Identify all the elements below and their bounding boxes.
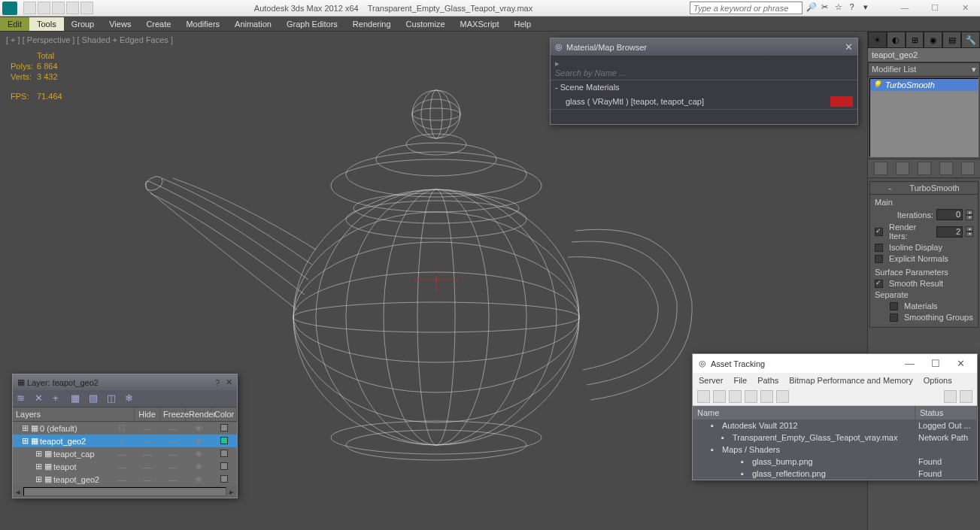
asset-row[interactable]: ▪glass_reflection.pngFound xyxy=(693,468,977,480)
mat-browser-close-button[interactable]: ✕ xyxy=(845,41,853,53)
layer-col-layers[interactable]: Layers xyxy=(13,407,135,421)
asset-menu-file[interactable]: File xyxy=(733,376,747,385)
make-unique-icon[interactable] xyxy=(918,162,931,175)
riter-up-icon[interactable]: ▴ xyxy=(966,226,973,232)
minimize-button[interactable]: — xyxy=(890,1,920,16)
asset-row[interactable]: ▪Transparent_Empty_Glass_Teapot_vray.max… xyxy=(693,432,977,444)
asset-tb-5-icon[interactable] xyxy=(760,390,773,403)
menu-views[interactable]: Views xyxy=(102,17,138,31)
modifier-stack[interactable]: TurboSmooth xyxy=(869,78,978,157)
asset-tb-help-icon[interactable] xyxy=(960,390,972,403)
layer-row[interactable]: ⊞ ▦ teapot_geo2✓——👁 xyxy=(13,435,237,447)
layer-help-icon[interactable]: ? xyxy=(215,378,220,387)
menu-customize[interactable]: Customize xyxy=(399,17,453,31)
pin-stack-icon[interactable] xyxy=(874,162,887,175)
asset-tb-1-icon[interactable] xyxy=(697,390,710,403)
qat-save-icon[interactable] xyxy=(52,2,65,14)
sep-materials-checkbox[interactable] xyxy=(890,302,898,310)
asset-tb-6-icon[interactable] xyxy=(776,390,789,403)
asset-menu-paths[interactable]: Paths xyxy=(757,376,778,385)
star-icon[interactable]: ☆ xyxy=(833,2,844,14)
iter-up-icon[interactable]: ▴ xyxy=(966,210,973,215)
mat-browser-search[interactable]: ▸ xyxy=(551,56,857,80)
configure-sets-icon[interactable] xyxy=(961,162,975,175)
qat-open-icon[interactable] xyxy=(38,2,50,14)
tab-modify-icon[interactable]: ◐ xyxy=(887,32,906,48)
layer-titlebar[interactable]: ▦ Layer: teapot_geo2 ? ✕ xyxy=(13,374,237,390)
help-search-input[interactable] xyxy=(690,2,803,14)
layer-highlight-icon[interactable]: ▨ xyxy=(89,392,101,404)
layer-row[interactable]: ⊞ ▦ teapot———👁 xyxy=(13,460,237,473)
layer-scrollbar[interactable]: ◂ ▸ xyxy=(13,486,237,498)
qat-undo-icon[interactable] xyxy=(66,2,79,14)
menu-edit[interactable]: Edit xyxy=(0,17,29,31)
sep-smoothing-checkbox[interactable] xyxy=(890,313,898,322)
layer-delete-icon[interactable]: ✕ xyxy=(35,392,47,404)
qat-new-icon[interactable] xyxy=(23,2,36,14)
menu-animation[interactable]: Animation xyxy=(227,17,279,31)
menu-help[interactable]: Help xyxy=(507,17,539,31)
menu-group[interactable]: Group xyxy=(64,17,102,31)
asset-tb-2-icon[interactable] xyxy=(713,390,726,403)
tool-icon[interactable]: ✂ xyxy=(819,2,830,14)
layer-add-icon[interactable]: + xyxy=(53,392,65,404)
layer-col-hide[interactable]: Hide xyxy=(135,407,160,421)
riter-down-icon[interactable]: ▾ xyxy=(966,232,973,237)
maximize-button[interactable]: ☐ xyxy=(920,1,950,16)
iterations-spinner[interactable]: 0 xyxy=(936,209,963,220)
asset-menu-bitmap[interactable]: Bitmap Performance and Memory xyxy=(789,376,912,385)
scroll-right-icon[interactable]: ▸ xyxy=(226,487,237,497)
isoline-checkbox[interactable] xyxy=(875,244,883,252)
asset-tb-4-icon[interactable] xyxy=(745,390,757,403)
explicit-checkbox[interactable] xyxy=(875,255,883,263)
modifier-turbosmooth[interactable]: TurboSmooth xyxy=(870,79,978,91)
mat-scene-materials-header[interactable]: - Scene Materials xyxy=(551,80,857,94)
render-iters-spinner[interactable]: 2 xyxy=(936,226,963,238)
scroll-left-icon[interactable]: ◂ xyxy=(13,487,23,497)
viewport-label[interactable]: [ + ] [ Perspective ] [ Shaded + Edged F… xyxy=(6,35,173,44)
layer-freeze-icon[interactable]: ❄ xyxy=(125,392,137,404)
layer-col-freeze[interactable]: Freeze xyxy=(160,407,186,421)
menu-modifiers[interactable]: Modifiers xyxy=(178,17,227,31)
binoculars-icon[interactable]: 🔎 xyxy=(806,2,817,14)
mat-search-input[interactable] xyxy=(555,68,853,77)
menu-maxscript[interactable]: MAXScript xyxy=(453,17,507,31)
mat-browser-titlebar[interactable]: ◎ Material/Map Browser ✕ xyxy=(551,38,857,56)
help-icon[interactable]: ? xyxy=(846,2,857,14)
layer-col-render[interactable]: Render xyxy=(186,407,211,421)
tab-motion-icon[interactable]: ◉ xyxy=(924,32,942,48)
layer-select-icon[interactable]: ▦ xyxy=(71,392,83,404)
close-button[interactable]: ✕ xyxy=(950,1,980,16)
asset-minimize-button[interactable]: — xyxy=(899,358,921,369)
tab-display-icon[interactable]: ▤ xyxy=(942,32,961,48)
layer-close-button[interactable]: ✕ xyxy=(226,377,232,387)
asset-tb-refresh-icon[interactable] xyxy=(944,390,957,403)
object-name-field[interactable]: teapot_geo2 xyxy=(868,48,980,62)
menu-tools[interactable]: Tools xyxy=(29,17,64,31)
layer-row[interactable]: ⊞ ▦ teapot_cap———👁 xyxy=(13,447,237,460)
asset-row[interactable]: ▪glass_bump.pngFound xyxy=(693,456,977,468)
layer-new-icon[interactable]: ≋ xyxy=(17,392,29,404)
mat-item-glass[interactable]: glass ( VRayMtl ) [teapot, teapot_cap] xyxy=(551,94,857,109)
layer-row[interactable]: ⊞ ▦ 0 (default)☐——👁 xyxy=(13,422,237,435)
menu-rendering[interactable]: Rendering xyxy=(345,17,399,31)
iter-down-icon[interactable]: ▾ xyxy=(966,215,973,220)
asset-tb-3-icon[interactable] xyxy=(729,390,742,403)
asset-col-name[interactable]: Name xyxy=(693,406,915,419)
asset-row[interactable]: ▪Autodesk Vault 2012Logged Out ... xyxy=(693,419,977,432)
layer-hide-icon[interactable]: ◫ xyxy=(107,392,119,404)
menu-create[interactable]: Create xyxy=(138,17,178,31)
dropdown-icon[interactable]: ▾ xyxy=(860,2,871,14)
qat-redo-icon[interactable] xyxy=(80,2,93,14)
layer-col-color[interactable]: Color xyxy=(211,407,237,421)
asset-menu-options[interactable]: Options xyxy=(924,376,952,385)
asset-menu-server[interactable]: Server xyxy=(699,376,723,385)
rollout-turbosmooth-header[interactable]: - TurboSmooth xyxy=(869,181,978,195)
asset-titlebar[interactable]: ◎ Asset Tracking — ☐ ✕ xyxy=(693,354,977,373)
asset-close-button[interactable]: ✕ xyxy=(951,358,971,369)
tab-hierarchy-icon[interactable]: ⊞ xyxy=(906,32,924,48)
tab-utilities-icon[interactable]: 🔧 xyxy=(961,32,980,48)
remove-modifier-icon[interactable] xyxy=(939,162,953,175)
asset-row[interactable]: ▪Maps / Shaders xyxy=(693,444,977,456)
smooth-result-checkbox[interactable] xyxy=(875,280,883,288)
